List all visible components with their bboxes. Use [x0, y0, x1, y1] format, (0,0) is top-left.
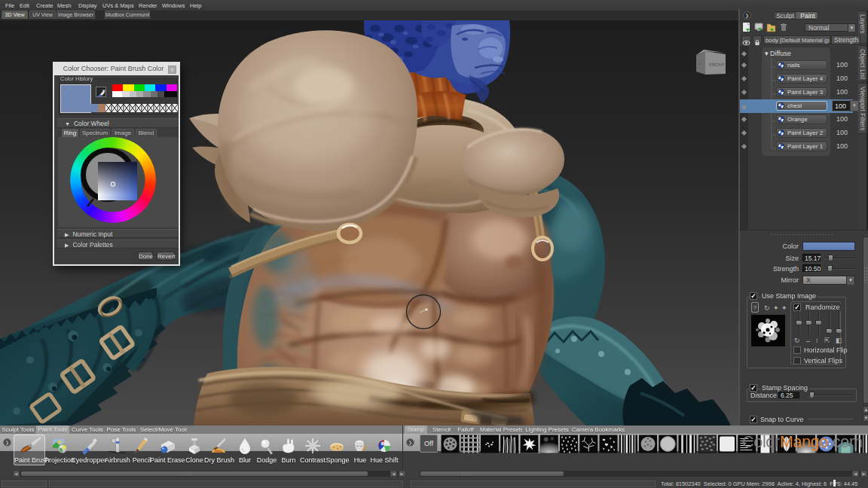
svg-text:FRONT: FRONT [709, 63, 725, 67]
svg-text:≤: ≤ [698, 61, 701, 66]
